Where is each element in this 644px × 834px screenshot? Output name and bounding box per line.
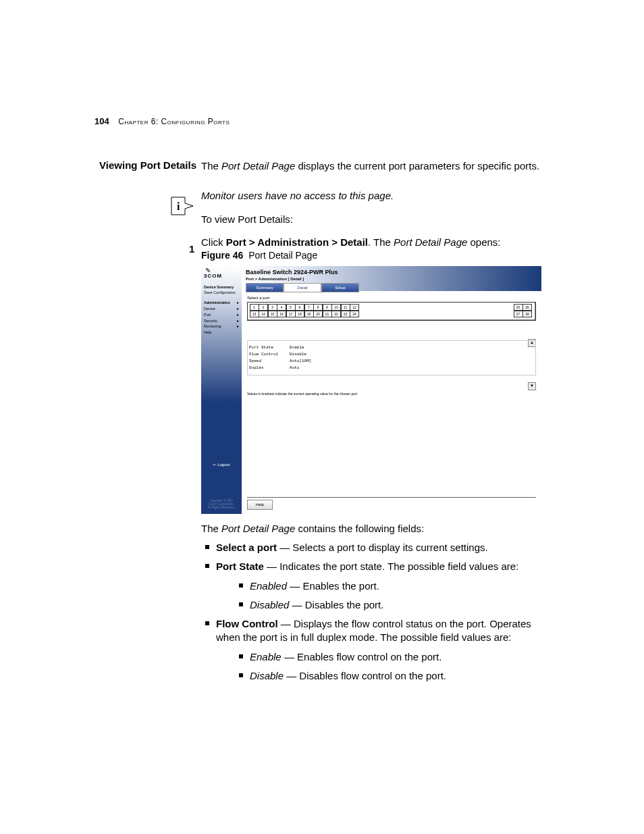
port-cell[interactable]: 26 <box>522 304 532 311</box>
list-item: Select a port — Selects a port to displa… <box>201 541 552 554</box>
after-figure-text: The Port Detail Page contains the follow… <box>201 522 552 536</box>
scroll-down-icon[interactable]: ▼ <box>528 382 536 390</box>
port-cell[interactable]: 18 <box>295 311 304 317</box>
nav-item[interactable]: Monitoring▸ <box>204 323 240 330</box>
list-item: Flow Control — Displays the flow control… <box>201 617 552 683</box>
nav-save-config[interactable]: Save Configuration <box>204 290 240 296</box>
port-cell[interactable]: 20 <box>313 311 323 317</box>
list-item: Port State — Indicates the port state. T… <box>201 560 552 612</box>
device-title: Baseline Switch 2924-PWR Plus <box>246 268 537 276</box>
nav-item[interactable]: Security▸ <box>204 318 240 324</box>
port-cell[interactable]: 17 <box>286 311 296 317</box>
list-item: Disable — Disables flow control on the p… <box>236 669 552 683</box>
list-item: Disabled — Disables the port. <box>236 598 552 612</box>
port-cell[interactable]: 27 <box>514 311 523 317</box>
select-port-label: Select a port <box>242 291 541 302</box>
port-detail-values: Port StateEnable Flow ControlDisable Spe… <box>247 340 536 375</box>
figure-caption: Figure 46Port Detail Page <box>201 249 552 262</box>
step-number: 1 <box>189 243 194 255</box>
port-cell[interactable]: 14 <box>259 311 268 317</box>
port-selector[interactable]: 123456789101112 131415161718192021222324… <box>247 302 536 321</box>
field-list: Select a port — Selects a port to displa… <box>201 541 552 683</box>
chapter-title: Chapter 6: Configuring Ports <box>118 117 230 126</box>
port-cell[interactable]: 7 <box>304 304 314 311</box>
port-cell[interactable]: 28 <box>522 311 532 317</box>
nav-device-summary[interactable]: Device Summary <box>204 284 240 290</box>
port-cell[interactable]: 3 <box>268 304 277 311</box>
nav-item[interactable]: Device▸ <box>204 306 240 312</box>
port-cell[interactable]: 10 <box>331 304 341 311</box>
nav-item[interactable]: Help <box>204 330 240 336</box>
running-header: 104 Chapter 6: Configuring Ports <box>95 116 230 126</box>
help-button[interactable]: Help <box>247 500 273 510</box>
tab-setup[interactable]: Setup <box>321 283 359 292</box>
port-cell[interactable]: 15 <box>268 311 277 317</box>
svg-marker-0 <box>171 197 193 215</box>
port-cell[interactable]: 22 <box>331 311 341 317</box>
port-cell[interactable]: 4 <box>277 304 286 311</box>
copyright: Copyright © 20073Com Corporation.All Rig… <box>201 500 242 510</box>
tab-summary[interactable]: Summary <box>246 283 284 292</box>
tab-detail[interactable]: Detail <box>284 283 321 292</box>
port-cell[interactable]: 11 <box>341 304 350 311</box>
lead-in: To view Port Details: <box>201 213 552 226</box>
shot-main: Baseline Switch 2924-PWR Plus Port > Adm… <box>242 266 541 514</box>
port-cell[interactable]: 24 <box>350 311 359 317</box>
port-cell[interactable]: 6 <box>295 304 304 311</box>
port-cell[interactable]: 21 <box>323 311 332 317</box>
port-cell[interactable]: 13 <box>250 311 259 317</box>
logo-3com: 3COM <box>201 273 242 284</box>
port-cell[interactable]: 5 <box>286 304 296 311</box>
port-cell[interactable]: 1 <box>250 304 259 311</box>
logout-link[interactable]: ⇦ Logout <box>201 462 242 467</box>
svg-text:i: i <box>177 201 180 212</box>
page-number: 104 <box>95 116 109 126</box>
port-cell[interactable]: 19 <box>304 311 314 317</box>
section-heading: Viewing Port Details <box>82 159 196 171</box>
list-item: Enable — Enables flow control on the por… <box>236 650 552 664</box>
nav-item[interactable]: Port▸ <box>204 312 240 318</box>
port-cell[interactable]: 23 <box>341 311 350 317</box>
breadcrumb: Port > Administration [ Detail ] <box>246 276 537 282</box>
list-item: Enabled — Enables the port. <box>236 579 552 593</box>
port-cell[interactable]: 9 <box>323 304 332 311</box>
intro-paragraph: The Port Detail Page displays the curren… <box>201 159 552 173</box>
shot-sidebar: ✎ 3COM Device Summary Save Configuration… <box>201 266 242 514</box>
step-1: Click Port > Administration > Detail. Th… <box>201 236 552 249</box>
figure-screenshot: ✎ 3COM Device Summary Save Configuration… <box>201 266 541 514</box>
detail-footnote: Values in brackets indicate the current … <box>247 392 357 396</box>
info-icon: i <box>170 196 194 219</box>
note-text: Monitor users have no access to this pag… <box>201 189 552 203</box>
port-cell[interactable]: 25 <box>514 304 523 311</box>
port-cell[interactable]: 2 <box>259 304 268 311</box>
port-cell[interactable]: 16 <box>277 311 286 317</box>
port-cell[interactable]: 8 <box>313 304 323 311</box>
port-cell[interactable]: 12 <box>350 304 359 311</box>
nav-item[interactable]: Administration▸ <box>204 300 240 306</box>
